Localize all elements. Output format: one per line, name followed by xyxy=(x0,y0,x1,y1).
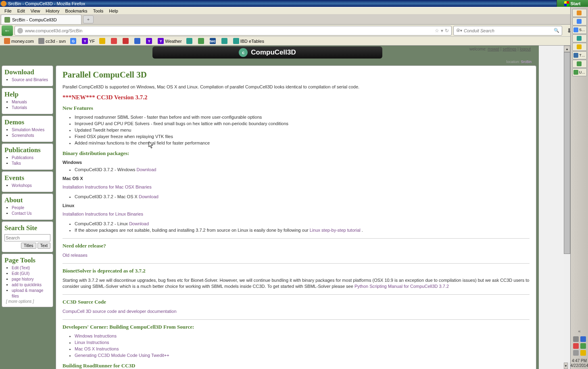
menu-view[interactable]: View xyxy=(28,8,43,14)
tray-icon[interactable] xyxy=(580,336,586,342)
back-button[interactable]: ← xyxy=(2,25,13,36)
dev-link[interactable]: Linux Instructions xyxy=(75,340,109,345)
user-link[interactable]: mswat xyxy=(488,47,499,51)
bookmark-item[interactable] xyxy=(196,38,207,44)
taskbar-item[interactable] xyxy=(572,9,587,17)
bookmark-item[interactable]: YYF xyxy=(80,38,96,44)
bookmark-item[interactable] xyxy=(98,38,108,44)
bookmark-item[interactable] xyxy=(109,38,120,44)
taskbar-item[interactable] xyxy=(572,60,587,68)
more-options-link[interactable]: [ more options ] xyxy=(6,299,50,304)
tray-icon[interactable] xyxy=(573,336,579,342)
vertical-scrollbar[interactable]: ▲ ▼ xyxy=(564,46,570,369)
tray-icon[interactable] xyxy=(580,350,586,356)
search-titles-button[interactable]: Titles xyxy=(21,243,36,249)
clock[interactable]: 4:47 PM 4/22/2014 xyxy=(570,359,588,368)
dev-link[interactable]: Mac OS X Instructions xyxy=(75,346,119,351)
linux-instructions-link[interactable]: Installation Instructions for Linux Bina… xyxy=(63,212,143,216)
download-link[interactable]: Download xyxy=(136,167,156,172)
search-text-button[interactable]: Text xyxy=(38,243,50,249)
sidebar-link[interactable]: Edit (Text) xyxy=(12,266,30,270)
start-button[interactable]: Start xyxy=(557,0,588,7)
bookmark-item[interactable]: cc3d - svn xyxy=(37,38,67,44)
list-item: Fixed OSX player freeze when replaying V… xyxy=(75,133,530,140)
sidebar-link[interactable]: upload & manage files xyxy=(12,288,43,298)
location-link[interactable]: SrcBin xyxy=(521,60,532,64)
bookmark-item[interactable] xyxy=(133,38,143,44)
bookmark-item[interactable] xyxy=(220,38,230,44)
menu-help[interactable]: Help xyxy=(106,8,121,14)
site-logo[interactable]: c CompuCell3D xyxy=(152,46,382,59)
search-input[interactable] xyxy=(464,28,554,33)
bookmark-item[interactable]: G xyxy=(69,38,79,44)
bookmark-item[interactable]: money.com xyxy=(2,38,35,44)
menu-file[interactable]: File xyxy=(2,8,15,14)
menu-edit[interactable]: Edit xyxy=(15,8,28,14)
menu-history[interactable]: History xyxy=(43,8,62,14)
bookmark-item[interactable] xyxy=(121,38,131,44)
sidebar-link[interactable]: add to quicklinks xyxy=(12,283,42,287)
sidebar-link[interactable]: Tutorials xyxy=(12,105,27,110)
tray-collapse-button[interactable]: « xyxy=(578,329,580,333)
logout-link[interactable]: logout xyxy=(520,47,531,51)
search-icon[interactable]: 🔍 xyxy=(554,28,559,33)
firefox-menubar: FileEditViewHistoryBookmarksToolsHelp xyxy=(0,7,588,14)
sidebar-link[interactable]: Manuals xyxy=(12,100,27,104)
dev-link[interactable]: Generating CC3D Module Code Using Twedit… xyxy=(75,353,169,358)
url-dropdown-icon[interactable]: ▾ xyxy=(441,28,443,34)
taskbar-item[interactable] xyxy=(572,34,587,42)
sidebar-heading: About xyxy=(4,196,50,204)
bookmark-item[interactable]: Y xyxy=(144,38,155,44)
sidebar-link[interactable]: Contact Us xyxy=(12,211,31,216)
sidebar-link[interactable]: Source and Binaries xyxy=(12,78,48,82)
dev-link[interactable]: Windows Instructions xyxy=(75,333,117,338)
taskbar-item[interactable]: S… xyxy=(572,26,587,34)
search-provider-icon[interactable]: ⦿▾ xyxy=(456,28,462,34)
tray-icon[interactable] xyxy=(580,343,586,349)
tray-icon[interactable] xyxy=(573,350,579,356)
sidebar-link[interactable]: Workshops xyxy=(12,183,32,188)
bookmark-item[interactable]: twc xyxy=(208,38,219,44)
scroll-down-button[interactable]: ▼ xyxy=(564,363,568,369)
sidebar-link[interactable]: Simulation Movies xyxy=(12,128,44,132)
sidebar-link[interactable]: Edit (GUI) xyxy=(12,271,29,276)
settings-link[interactable]: settings xyxy=(503,47,516,51)
divider xyxy=(63,294,530,295)
scroll-up-button[interactable]: ▲ xyxy=(564,46,570,52)
taskbar-item[interactable] xyxy=(572,43,587,51)
mac-instructions-link[interactable]: Installation Instructions for Mac OSX Bi… xyxy=(63,184,152,189)
linux-tutorial-link[interactable]: Linux step-by-step tutorial xyxy=(310,228,362,233)
reload-icon[interactable]: ↻ xyxy=(445,28,449,34)
bookmark-item[interactable]: IBD eTables xyxy=(231,38,266,44)
download-link[interactable]: Download xyxy=(139,194,158,199)
menu-tools[interactable]: Tools xyxy=(90,8,106,14)
menu-bookmarks[interactable]: Bookmarks xyxy=(63,8,90,14)
taskbar-item[interactable]: T… xyxy=(572,51,587,59)
old-releases-link[interactable]: Old releases xyxy=(63,253,88,258)
sidebar-item: Contact Us xyxy=(12,211,50,216)
new-tab-button[interactable]: + xyxy=(83,15,94,23)
sidebar-link[interactable]: Talks xyxy=(12,161,21,166)
site-search-input[interactable] xyxy=(4,234,50,241)
clock-date: 4/22/2014 xyxy=(570,363,588,368)
search-bar[interactable]: ⦿▾ 🔍 xyxy=(453,26,562,36)
scroll-thumb[interactable] xyxy=(564,52,570,254)
sidebar-link[interactable]: Publications xyxy=(12,155,33,160)
bookmark-item[interactable]: YWeather xyxy=(156,38,183,44)
bookmark-star-icon[interactable]: ☆ xyxy=(435,28,439,34)
url-bar[interactable]: ☆ ▾ ↻ xyxy=(15,26,452,36)
download-link[interactable]: Download xyxy=(129,221,149,226)
source-link[interactable]: CompuCell 3D source code and developer d… xyxy=(63,309,177,314)
tray-icon[interactable] xyxy=(573,343,579,349)
sidebar-link[interactable]: Screenshots xyxy=(12,133,34,138)
sidebar-link[interactable]: page history xyxy=(12,277,33,281)
taskbar-item[interactable]: U… xyxy=(572,68,587,76)
sidebar-link[interactable]: People xyxy=(12,205,24,210)
bookmark-item[interactable] xyxy=(185,38,195,44)
url-input[interactable] xyxy=(25,28,433,33)
browser-tab[interactable]: SrcBin - CompuCell3D xyxy=(1,15,81,24)
scroll-track[interactable] xyxy=(564,52,570,363)
bionet-link[interactable]: Python Scripting Manual for CompuCell3D … xyxy=(354,284,449,289)
taskbar-item[interactable] xyxy=(572,17,587,25)
bookmark-icon xyxy=(4,38,10,44)
